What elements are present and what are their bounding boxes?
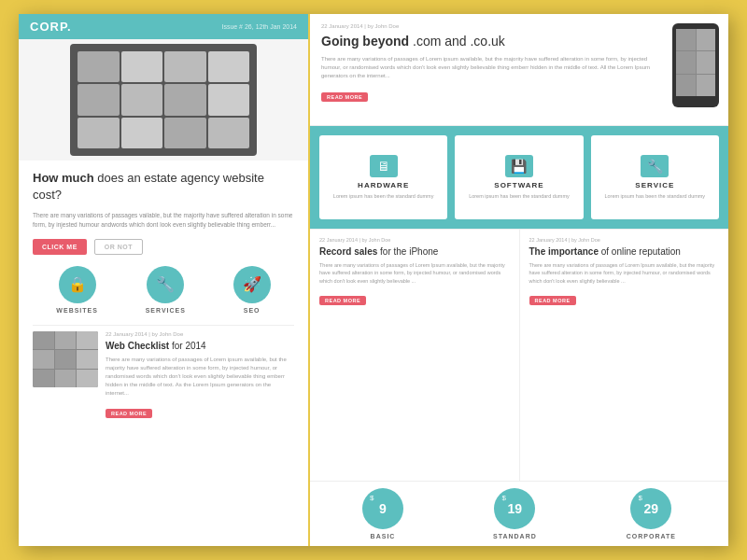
grid-cell [78, 51, 120, 82]
ba2-read-more[interactable]: READ MORE [529, 296, 576, 305]
right-top-section: 22 January 2014 | by John Doe Going beyo… [310, 14, 728, 126]
software-card: 💾 SOFTWARE Lorem ipsum has been the stan… [455, 135, 583, 219]
top-article-content: 22 January 2014 | by John Doe Going beyo… [310, 14, 672, 125]
bottom-articles: 22 January 2014 | by John Doe Record sal… [310, 229, 728, 481]
article-thumbnail [33, 331, 98, 387]
top-article-meta: 22 January 2014 | by John Doe [321, 23, 661, 29]
ba1-title: Record sales for the iPhone [319, 245, 510, 258]
services-label: SERVICES [146, 307, 186, 314]
software-body: Lorem ipsum has been the standard dummy [469, 193, 570, 201]
laptop-section [19, 39, 308, 161]
corp-logo: CORP. [30, 20, 72, 34]
grid-cell [78, 84, 120, 115]
hardware-title: HARDWARE [358, 181, 409, 189]
seo-icon: 🚀 [233, 266, 271, 303]
top-article-title: Going beyond .com and .co.uk [321, 33, 661, 49]
grid-cell [164, 51, 206, 82]
mini-article: 22 January 2014 | by John Doe Web Checkl… [33, 331, 294, 419]
cards-section: 🖥 HARDWARE Lorem ipsum has been the stan… [310, 126, 728, 229]
basic-label: BASIC [371, 533, 396, 539]
divider [33, 325, 294, 326]
price-standard: $ 19 STANDARD [493, 488, 537, 539]
basic-price-circle: $ 9 [362, 488, 403, 529]
basic-currency: $ [370, 494, 374, 502]
corporate-price-circle: $ 29 [630, 488, 671, 529]
software-title: SOFTWARE [494, 181, 543, 189]
price-corporate: $ 29 CORPORATE [627, 488, 676, 539]
article-title: Web Checklist for 2014 [106, 340, 294, 352]
standard-amount: 19 [508, 501, 523, 516]
left-header: CORP. Issue # 26, 12th Jan 2014 [19, 14, 308, 39]
service-services: 🔧 SERVICES [146, 266, 186, 314]
grid-cell [208, 84, 250, 115]
left-read-more-button[interactable]: READ MORE [106, 409, 152, 418]
grid-cell [121, 84, 163, 115]
main-headline: How much does an estate agency website c… [33, 170, 294, 203]
hardware-card: 🖥 HARDWARE Lorem ipsum has been the stan… [319, 135, 447, 219]
service-card-icon: 🔧 [641, 155, 669, 177]
service-websites: 🔒 WEBSITES [56, 266, 98, 314]
main-body: There are many variations of passages va… [33, 211, 294, 230]
ba1-read-more[interactable]: READ MORE [319, 296, 366, 305]
software-icon: 💾 [505, 155, 533, 177]
seo-label: SEO [244, 307, 261, 314]
button-row: CLICK ME OR NOT [33, 239, 294, 255]
grid-cell [208, 118, 250, 148]
magazine-wrapper: CORP. Issue # 26, 12th Jan 2014 How m [19, 14, 728, 546]
service-card-body: Lorem ipsum has been the standard dummy [605, 193, 706, 201]
top-read-more-button[interactable]: READ MORE [321, 92, 368, 102]
price-basic: $ 9 BASIC [362, 488, 403, 539]
article-body: There are many variations of passages of… [106, 356, 294, 398]
services-row: 🔒 WEBSITES 🔧 SERVICES 🚀 SEO [33, 266, 294, 314]
standard-price-circle: $ 19 [494, 488, 535, 529]
bottom-article-2: 22 January 2014 | by John Doe The import… [520, 230, 729, 481]
phone-screen [676, 29, 715, 96]
standard-currency: $ [501, 494, 505, 502]
click-me-button[interactable]: CLICK ME [33, 239, 87, 255]
right-page: 22 January 2014 | by John Doe Going beyo… [310, 14, 728, 546]
service-seo: 🚀 SEO [233, 266, 271, 314]
corporate-currency: $ [638, 494, 641, 502]
ba2-meta: 22 January 2014 | by John Doe [529, 237, 720, 243]
grid-cell [121, 51, 163, 82]
left-page: CORP. Issue # 26, 12th Jan 2014 How m [19, 14, 308, 546]
article-text: 22 January 2014 | by John Doe Web Checkl… [106, 331, 294, 419]
grid-cell [121, 118, 163, 148]
websites-label: WEBSITES [56, 307, 98, 314]
service-card-title: SERVICE [635, 181, 674, 189]
corporate-label: CORPORATE [627, 533, 676, 539]
corporate-amount: 29 [644, 501, 659, 516]
grid-cell [164, 84, 206, 115]
phone-image [672, 23, 719, 107]
or-not-button[interactable]: OR NOT [94, 239, 143, 255]
top-article-body: There are many variations of passages of… [321, 55, 661, 80]
grid-cell [78, 118, 120, 148]
ba2-title: The importance of online reputation [529, 245, 720, 258]
basic-amount: 9 [379, 501, 387, 516]
service-card: 🔧 SERVICE Lorem ipsum has been the stand… [591, 135, 719, 219]
hardware-icon: 🖥 [370, 155, 398, 177]
left-content: How much does an estate agency website c… [19, 161, 308, 546]
bottom-article-1: 22 January 2014 | by John Doe Record sal… [310, 230, 520, 481]
standard-label: STANDARD [493, 533, 537, 539]
pricing-section: $ 9 BASIC $ 19 STANDARD $ 29 CORPORATE [310, 481, 728, 546]
ba2-body: There are many variations of passages of… [529, 261, 720, 285]
grid-cell [208, 51, 250, 82]
ba1-body: There are many variations of passages of… [319, 261, 510, 285]
websites-icon: 🔒 [59, 266, 96, 303]
ba1-meta: 22 January 2014 | by John Doe [319, 237, 510, 243]
grid-cell [164, 118, 206, 148]
issue-text: Issue # 26, 12th Jan 2014 [221, 23, 297, 30]
article-meta: 22 January 2014 | by John Doe [106, 331, 294, 337]
services-icon: 🔧 [147, 266, 184, 303]
laptop-image [70, 44, 257, 156]
hardware-body: Lorem ipsum has been the standard dummy [333, 193, 434, 201]
